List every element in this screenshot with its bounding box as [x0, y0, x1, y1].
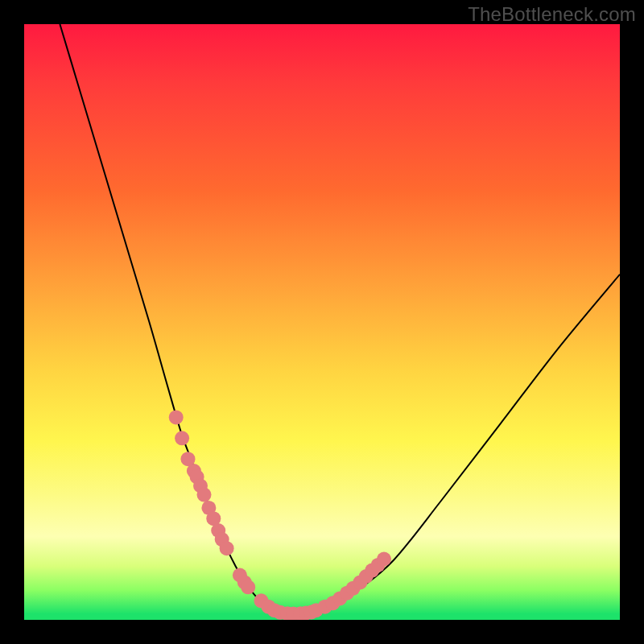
- highlight-dot: [169, 410, 184, 424]
- outer-frame: TheBottleneck.com: [0, 0, 644, 644]
- highlight-dots-group: [169, 410, 391, 620]
- highlight-dot: [377, 552, 391, 567]
- highlight-dot: [220, 541, 234, 555]
- watermark-text: TheBottleneck.com: [468, 3, 636, 26]
- highlight-dot: [175, 431, 189, 445]
- plot-area: [24, 24, 620, 620]
- chart-svg: [24, 24, 620, 620]
- bottleneck-curve: [60, 24, 620, 614]
- highlight-dot: [241, 580, 255, 594]
- highlight-dot: [197, 488, 212, 502]
